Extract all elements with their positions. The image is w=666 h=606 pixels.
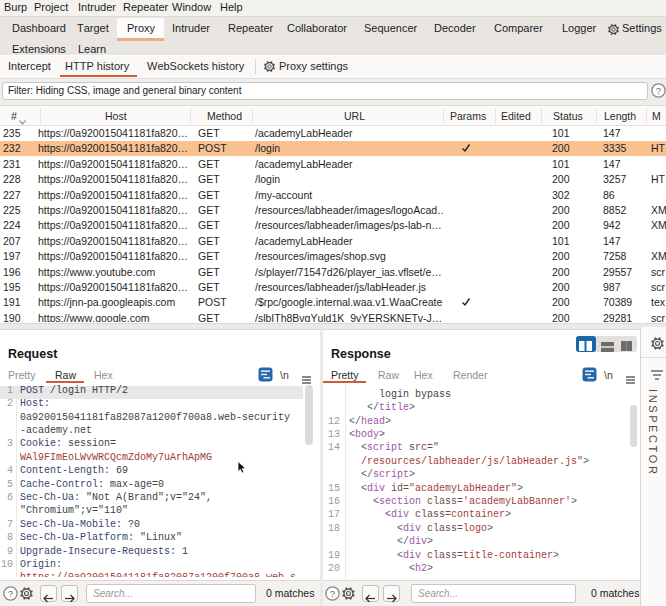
svg-text:?: ? <box>656 85 661 96</box>
svg-text:?: ? <box>8 588 13 599</box>
svg-text:?: ? <box>330 588 335 599</box>
